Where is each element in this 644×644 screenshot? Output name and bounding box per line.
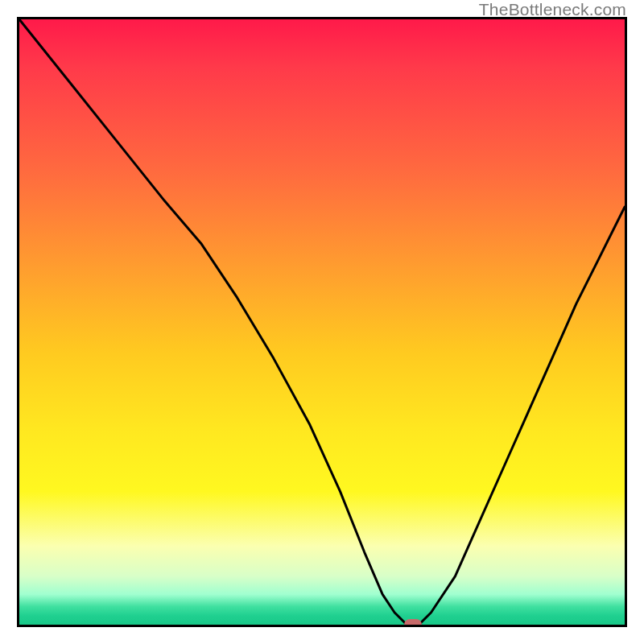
bottleneck-chart: TheBottleneck.com bbox=[0, 0, 644, 644]
curve-svg bbox=[19, 19, 625, 625]
optimal-point-marker bbox=[404, 619, 422, 627]
bottleneck-curve-path bbox=[19, 19, 625, 625]
plot-area bbox=[17, 17, 627, 627]
